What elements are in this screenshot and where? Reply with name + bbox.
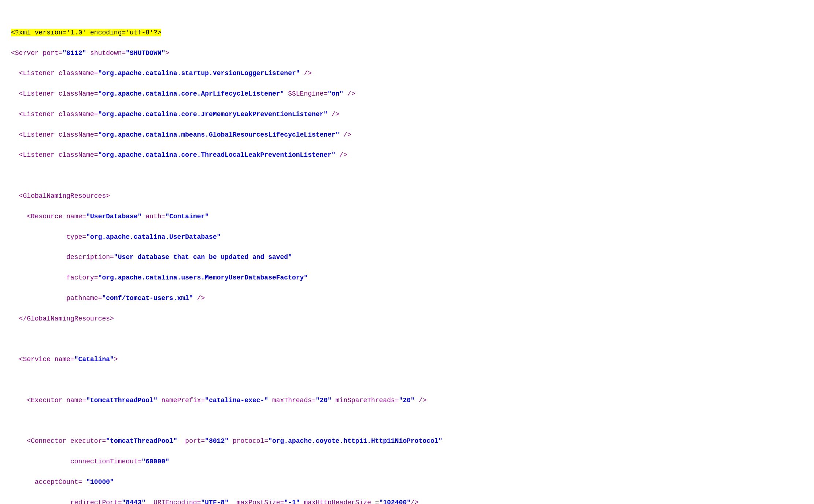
line-10: <Resource name="UserDatabase" auth="Cont… bbox=[11, 212, 803, 222]
line-2: <Server port="8112" shutdown="SHUTDOWN"> bbox=[11, 48, 803, 59]
line-blank-2 bbox=[11, 334, 803, 345]
line-19: <Executor name="tomcatThreadPool" namePr… bbox=[11, 396, 803, 406]
line-11: type="org.apache.catalina.UserDatabase" bbox=[11, 232, 803, 242]
line-12: description="User database that can be u… bbox=[11, 252, 803, 263]
xml-proc-tag: <?xml version='1.0' encoding='utf-8'?> bbox=[11, 29, 161, 36]
code-editor: <?xml version='1.0' encoding='utf-8'?> <… bbox=[0, 0, 814, 504]
line-blank-3 bbox=[11, 375, 803, 385]
line-21: <Connector executor="tomcatThreadPool" p… bbox=[11, 436, 803, 446]
line-17: <Service name="Catalina"> bbox=[11, 355, 803, 365]
line-24: redirectPort="8443" URIEncoding="UTF-8" … bbox=[11, 498, 803, 504]
line-blank-4 bbox=[11, 416, 803, 426]
line-22: connectionTimeout="60000" bbox=[11, 457, 803, 467]
line-3: <Listener className="org.apache.catalina… bbox=[11, 68, 803, 79]
line-9: <GlobalNamingResources> bbox=[11, 191, 803, 201]
line-7: <Listener className="org.apache.catalina… bbox=[11, 150, 803, 160]
line-15: </GlobalNamingResources> bbox=[11, 314, 803, 324]
line-blank-1 bbox=[11, 171, 803, 181]
line-23: acceptCount= "10000" bbox=[11, 477, 803, 488]
line-5: <Listener className="org.apache.catalina… bbox=[11, 110, 803, 120]
line-6: <Listener className="org.apache.catalina… bbox=[11, 130, 803, 140]
line-4: <Listener className="org.apache.catalina… bbox=[11, 89, 803, 99]
line-13: factory="org.apache.catalina.users.Memor… bbox=[11, 273, 803, 283]
line-14: pathname="conf/tomcat-users.xml" /> bbox=[11, 293, 803, 304]
line-1: <?xml version='1.0' encoding='utf-8'?> bbox=[11, 28, 803, 38]
